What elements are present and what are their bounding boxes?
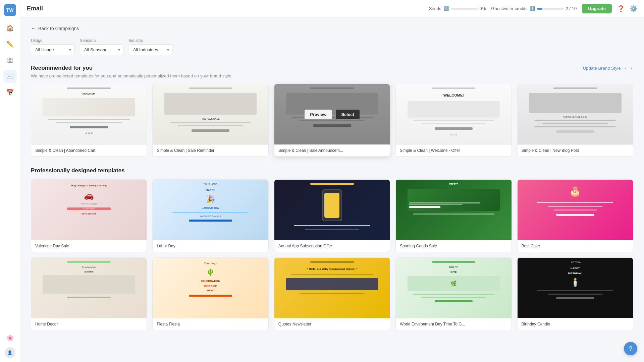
select-button[interactable]: Select [214,110,238,119]
help-icon[interactable]: ❓ [617,5,625,12]
ghostwriter-info-icon: ℹ️ [530,6,535,11]
select-button[interactable]: Select [579,283,602,293]
usage-select[interactable]: All Usage [31,44,74,55]
template-card-app-subscription[interactable]: Preview Select Annual App Subscription O… [274,179,390,252]
next-arrow[interactable]: › [629,65,633,71]
sidebar-item-schedule[interactable]: 📅 [3,86,17,99]
select-button[interactable]: Select [214,205,238,215]
professional-templates-grid: Hugo Range of Trendy Clothing 🚗 Receive … [31,179,633,330]
preview-button[interactable]: Preview [183,283,210,293]
template-overlay: Preview Select [274,84,390,144]
select-button[interactable]: Select [336,205,359,215]
template-card-valentine[interactable]: Hugo Range of Trendy Clothing 🚗 Receive … [31,179,147,252]
recommended-templates-grid: HEADS UP! Preview Select [31,84,633,157]
select-button[interactable]: Select [458,205,481,215]
template-card-best-cake[interactable]: 🎂 Preview Select Best Cake [517,179,633,252]
ghostwriter-info: Ghostwriter credits ℹ️ 2 / 10 [491,6,577,11]
template-card-environment[interactable]: TIME TO GIVE 🌿 Preview Select World Envi… [395,257,512,330]
template-thumbnail: Hugo Range of Trendy Clothing 🚗 Receive … [31,180,147,240]
seasonal-select[interactable]: All Seasonal [80,44,123,55]
recommended-desc: We have pre-selected templates for you a… [31,73,633,78]
upgrade-button[interactable]: Upgrade [582,4,612,13]
topbar: Email Sends ℹ️ 0% Ghostwriter credits ℹ️… [20,0,644,17]
topbar-right: Sends ℹ️ 0% Ghostwriter credits ℹ️ 2 / 1… [429,4,637,13]
preview-button[interactable]: Preview [426,283,453,293]
back-to-campaigns-button[interactable]: ← Back to Campaigns [31,25,79,32]
industry-select[interactable]: All Industries [129,44,172,55]
template-card-birthday[interactable]: LADYBRA HAPPY BIRTHDAY! 🕯️ Preview Selec… [517,257,633,330]
svg-rect-1 [10,58,12,60]
template-label: Simple & Clean | Sale Reminder [153,144,268,156]
sidebar-item-home[interactable]: 🏠 [3,21,17,35]
app-logo[interactable]: TW [4,4,16,16]
template-thumbnail: TREATS Preview Select [396,180,511,240]
preview-button[interactable]: Preview [61,283,89,293]
template-card-quotes[interactable]: " Hello, our daily inspirational quotes.… [274,257,390,330]
back-label: Back to Campaigns [38,26,79,31]
template-card-labor-day[interactable]: YOUR LOGO HAPPY 🎉 LABOUR DAY LABOR DAY S… [152,179,268,252]
template-card-welcome-offer[interactable]: WELCOME! Preview Select Simple & Cl [395,84,512,157]
preview-button[interactable]: Preview [548,205,575,215]
select-button[interactable]: Select [336,283,359,293]
select-button[interactable]: Select [93,283,116,293]
select-button[interactable]: Select [458,110,481,119]
recommended-header: Recommended for you Update Brand Style ‹… [31,65,633,71]
template-card-sale-reminder[interactable]: THE FALL SALE Preview Select Simple & Cl… [152,84,268,157]
template-card-home-decor[interactable]: Comfortable at home Preview Select Home … [31,257,147,330]
template-card-fiesta[interactable]: Your Logo 🌵 CELEBRATION CINCO DE MAYO Pr… [152,257,268,330]
usage-select-wrapper: All Usage [31,44,74,55]
template-thumbnail: FINDING VINTAGE DENIM Preview Select [518,84,633,144]
template-card-new-blog-post[interactable]: FINDING VINTAGE DENIM Preview Select Sim… [517,84,633,157]
ghostwriter-count: 2 / 10 [566,6,577,11]
back-arrow-icon: ← [31,25,36,32]
template-thumbnail: Your Logo 🌵 CELEBRATION CINCO DE MAYO Pr… [153,258,268,318]
select-button[interactable]: Select [458,283,481,293]
preview-button[interactable]: Preview [305,110,332,119]
preview-button[interactable]: Preview [305,205,332,215]
preview-button[interactable]: Preview [426,110,453,119]
preview-button[interactable]: Preview [426,205,453,215]
usage-filter-group: Usage All Usage [31,38,74,55]
sidebar-item-edit[interactable]: ✏️ [3,38,17,51]
filters-bar: Usage All Usage Seasonal All Seasonal In… [31,38,633,55]
avatar[interactable]: 👤 [5,347,15,358]
select-button[interactable]: Select [214,283,238,293]
usage-label: Usage [31,38,74,43]
preview-button[interactable]: Preview [61,110,89,119]
preview-button[interactable]: Preview [61,205,89,215]
professional-title: Professionally designed templates [31,167,633,174]
sidebar-item-flowers[interactable]: 🌸 [3,331,17,345]
template-thumbnail: HEADS UP! Preview Select [31,84,147,144]
industry-select-wrapper: All Industries [129,44,172,55]
recommended-title: Recommended for you [31,65,93,71]
info-icon: ℹ️ [443,6,449,11]
preview-button[interactable]: Preview [183,110,210,119]
preview-button[interactable]: Preview [183,205,210,215]
preview-button[interactable]: Preview [548,110,575,119]
select-button[interactable]: Select [336,110,359,119]
select-button[interactable]: Select [579,205,602,215]
svg-rect-3 [10,61,12,63]
settings-icon[interactable]: ⚙️ [630,5,637,12]
template-thumbnail: 🎂 Preview Select [518,180,633,240]
prev-arrow[interactable]: ‹ [624,65,628,71]
template-card-sporting-goods[interactable]: TREATS Preview Select Sporting Goods [395,179,512,252]
template-card-abandoned-cart[interactable]: HEADS UP! Preview Select [31,84,147,157]
help-float-button[interactable]: ? [624,342,637,355]
update-brand-link[interactable]: Update Brand Style [583,66,621,71]
industry-label: Industry [129,38,172,43]
sidebar-item-email[interactable]: ✉️ [3,70,17,83]
template-label: Birthday Candle [518,318,633,330]
ghostwriter-progress-bar [537,8,564,10]
ghostwriter-bar-fill [537,8,542,10]
select-button[interactable]: Select [579,110,602,119]
preview-button[interactable]: Preview [305,283,332,293]
select-button[interactable]: Select [93,110,116,119]
ghostwriter-label: Ghostwriter credits [491,6,527,11]
sends-progress-bar [451,8,478,10]
template-thumbnail: TIME TO GIVE 🌿 Preview Select [396,258,511,318]
preview-button[interactable]: Preview [548,283,575,293]
select-button[interactable]: Select [93,205,116,215]
sidebar-item-campaigns[interactable] [3,54,17,67]
template-card-sale-announcement[interactable]: Preview Select Simple & Clean | Sale Ann… [274,84,390,157]
